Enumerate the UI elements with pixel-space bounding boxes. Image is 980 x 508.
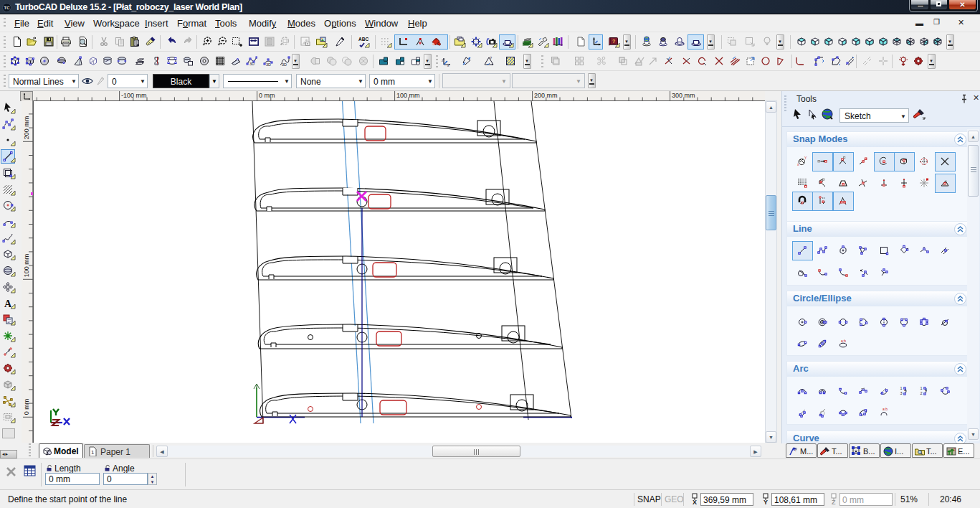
svg-text:3D: 3D [282,62,287,67]
svg-text:Y: Y [763,499,768,504]
svg-text:ABC: ABC [358,37,368,42]
svg-text:1: 1 [900,386,903,390]
svg-text:0 mm: 0 mm [259,92,275,99]
svg-text:2: 2 [920,391,923,395]
svg-text:a:b: a:b [883,407,888,411]
svg-text:-100 mm: -100 mm [121,92,147,99]
svg-text:3: 3 [900,391,903,395]
svg-text:Z: Z [832,499,836,504]
svg-text:1: 1 [920,386,923,390]
svg-text:?: ? [490,56,492,60]
svg-text:a:b: a:b [841,339,846,343]
svg-text:1: 1 [91,449,95,456]
svg-text:3D: 3D [266,62,271,67]
svg-text:3D: 3D [249,62,254,66]
svg-text:Y: Y [804,156,807,160]
svg-text:X: X [693,499,697,504]
svg-text:0 mm: 0 mm [23,399,30,415]
svg-text:c: c [953,447,956,451]
svg-text:?: ? [794,447,797,452]
